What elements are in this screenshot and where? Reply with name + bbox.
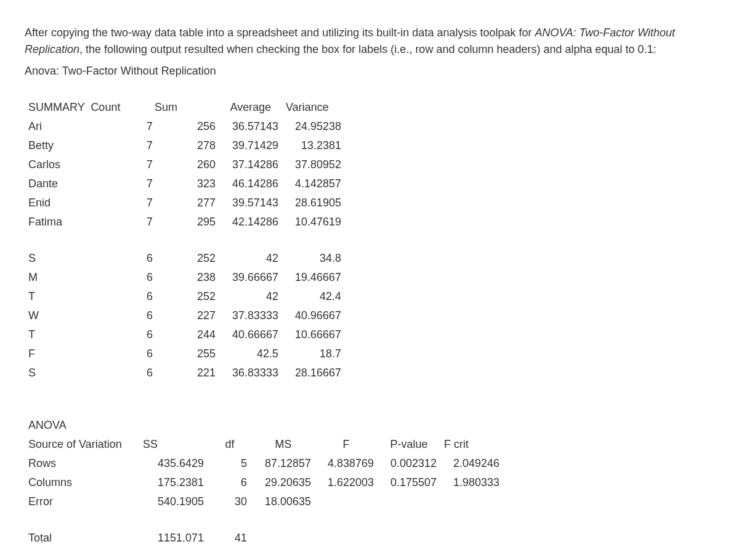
summary-person-label: Betty [25, 136, 143, 155]
summary-header-label: SUMMARY Count [25, 98, 143, 117]
summary-day-row: M623839.6666719.46667 [25, 268, 345, 287]
anova-f: 1.622003 [315, 473, 378, 492]
summary-person-sum: 323 [181, 174, 219, 193]
summary-day-label: F [25, 344, 143, 363]
summary-day-sum: 252 [181, 287, 219, 306]
anova-total-row: Total 1151.071 41 [25, 529, 503, 548]
summary-day-sum: 244 [181, 325, 219, 344]
anova-source: Columns [25, 473, 143, 492]
anova-p: 0.002312 [378, 454, 440, 473]
summary-day-label: S [25, 249, 143, 268]
summary-person-sum: 277 [181, 193, 219, 213]
summary-day-average: 42 [219, 287, 282, 306]
summary-day-sum: 238 [181, 268, 219, 287]
anova-source: Rows [25, 454, 143, 473]
summary-person-average: 46.14286 [219, 174, 282, 193]
summary-day-row: T62524242.4 [25, 287, 345, 306]
summary-person-average: 37.14286 [219, 155, 282, 174]
summary-day-variance: 18.7 [282, 344, 345, 363]
anova-total-ss: 1151.071 [143, 529, 208, 548]
summary-day-row: T624440.6666710.66667 [25, 325, 345, 344]
intro-paragraph: After copying the two-way data table int… [25, 25, 714, 58]
summary-day-average: 42 [219, 249, 282, 268]
summary-day-label: S [25, 363, 143, 383]
summary-day-count: 6 [143, 287, 181, 306]
anova-p: 0.175507 [378, 473, 440, 492]
summary-person-sum: 256 [181, 117, 219, 136]
anova-data-row: Rows435.6429587.128574.8387690.0023122.0… [25, 454, 503, 473]
summary-table: SUMMARY Count Sum Average Variance Ari72… [25, 98, 345, 383]
anova-ms: 87.12857 [252, 454, 315, 473]
summary-person-variance: 37.80952 [282, 155, 345, 174]
summary-person-average: 39.57143 [219, 193, 282, 213]
summary-person-variance: 10.47619 [282, 213, 345, 232]
anova-fc: 2.049246 [440, 454, 503, 473]
anova-total-label: Total [25, 529, 143, 548]
intro-text-1: After copying the two-way data table int… [25, 26, 535, 39]
summary-person-row: Dante732346.142864.142857 [25, 174, 345, 193]
summary-day-row: S622136.8333328.16667 [25, 363, 345, 383]
anova-total-df: 41 [208, 529, 252, 548]
anova-title: ANOVA [25, 416, 143, 435]
summary-person-average: 39.71429 [219, 136, 282, 155]
summary-day-average: 42.5 [219, 344, 282, 363]
summary-day-variance: 34.8 [282, 249, 345, 268]
anova-header-row: Source of Variation SS df MS F P-value F… [25, 435, 503, 454]
anova-data-row: Columns175.2381629.206351.6220030.175507… [25, 473, 503, 492]
summary-day-sum: 255 [181, 344, 219, 363]
summary-person-count: 7 [143, 117, 181, 136]
anova-f: 4.838769 [315, 454, 378, 473]
anova-header-df: df [208, 435, 252, 454]
summary-day-sum: 221 [181, 363, 219, 383]
summary-person-row: Enid727739.5714328.61905 [25, 193, 345, 213]
anova-header-f: F [315, 435, 378, 454]
summary-person-count: 7 [143, 155, 181, 174]
anova-ms: 29.20635 [252, 473, 315, 492]
anova-header-source: Source of Variation [25, 435, 143, 454]
summary-person-sum: 278 [181, 136, 219, 155]
anova-fc: 1.980333 [440, 473, 503, 492]
summary-day-variance: 28.16667 [282, 363, 345, 383]
summary-day-average: 40.66667 [219, 325, 282, 344]
summary-person-sum: 295 [181, 213, 219, 232]
summary-day-count: 6 [143, 325, 181, 344]
summary-person-row: Ari725636.5714324.95238 [25, 117, 345, 136]
summary-person-count: 7 [143, 174, 181, 193]
summary-day-label: T [25, 325, 143, 344]
summary-person-label: Fatima [25, 213, 143, 232]
summary-person-variance: 28.61905 [282, 193, 345, 213]
summary-day-average: 39.66667 [219, 268, 282, 287]
anova-header-ss: SS [143, 435, 208, 454]
summary-header-spacer [181, 98, 219, 117]
summary-person-label: Carlos [25, 155, 143, 174]
intro-text-2: , the following output resulted when che… [79, 43, 656, 55]
anova-df: 6 [208, 473, 252, 492]
summary-person-label: Ari [25, 117, 143, 136]
summary-day-label: W [25, 306, 143, 325]
summary-person-count: 7 [143, 193, 181, 213]
summary-person-count: 7 [143, 213, 181, 232]
summary-person-variance: 24.95238 [282, 117, 345, 136]
summary-person-sum: 260 [181, 155, 219, 174]
anova-ss: 175.2381 [143, 473, 208, 492]
summary-person-average: 36.57143 [219, 117, 282, 136]
summary-day-row: S62524234.8 [25, 249, 345, 268]
summary-day-label: M [25, 268, 143, 287]
anova-header-fc: F crit [440, 435, 503, 454]
summary-header-sum: Sum [143, 98, 181, 117]
summary-header-row: SUMMARY Count Sum Average Variance [25, 98, 345, 117]
summary-day-row: W622737.8333340.96667 [25, 306, 345, 325]
summary-person-average: 42.14286 [219, 213, 282, 232]
summary-person-row: Betty727839.7142913.2381 [25, 136, 345, 155]
summary-day-sum: 252 [181, 249, 219, 268]
summary-person-variance: 13.2381 [282, 136, 345, 155]
summary-day-sum: 227 [181, 306, 219, 325]
anova-data-row: Error540.19053018.00635 [25, 492, 503, 511]
summary-day-variance: 42.4 [282, 287, 345, 306]
summary-person-label: Dante [25, 174, 143, 193]
summary-person-label: Enid [25, 193, 143, 213]
summary-day-count: 6 [143, 363, 181, 383]
anova-subtitle: Anova: Two-Factor Without Replication [25, 63, 714, 79]
summary-day-variance: 10.66667 [282, 325, 345, 344]
summary-day-count: 6 [143, 268, 181, 287]
